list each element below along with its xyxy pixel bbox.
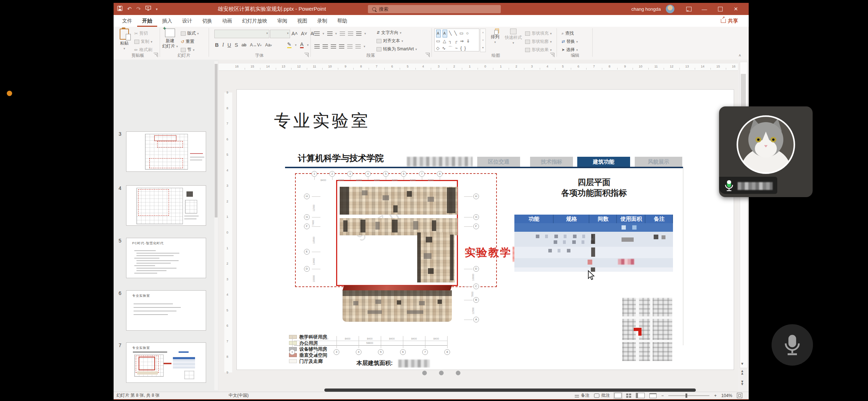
strikethrough-icon[interactable]: ab: [241, 42, 246, 47]
zoom-out-icon[interactable]: −: [661, 393, 664, 398]
paragraph-dialog-launcher[interactable]: [425, 53, 430, 57]
participant-video-tile[interactable]: [719, 106, 813, 197]
slide-thumbnail-7[interactable]: 专业实验室: [126, 342, 206, 383]
character-spacing-icon[interactable]: A↔V▾: [250, 42, 262, 47]
indent-options-icon[interactable]: [355, 44, 361, 49]
redo-icon[interactable]: ↷: [136, 6, 141, 12]
ribbon-tab-幻灯片放映[interactable]: 幻灯片放映: [237, 15, 272, 27]
language-indicator[interactable]: 中文(中国): [229, 392, 249, 399]
clear-formatting-icon[interactable]: A̸: [310, 31, 314, 36]
ribbon-display-options-button[interactable]: [681, 3, 697, 15]
zoom-slider[interactable]: [668, 395, 709, 396]
slide-thumbnail-4[interactable]: [126, 185, 206, 226]
ribbon-tab-视图[interactable]: 视图: [292, 15, 312, 27]
ribbon-tab-动画[interactable]: 动画: [217, 15, 237, 27]
zoom-slider-thumb[interactable]: [685, 394, 687, 398]
maximize-button[interactable]: [712, 3, 728, 15]
save-icon[interactable]: [117, 6, 123, 12]
ribbon-tab-文件[interactable]: 文件: [117, 15, 137, 27]
copy-button[interactable]: 复制▾: [134, 38, 153, 45]
area-table[interactable]: 功能规格间数使用面积备注: [514, 215, 673, 272]
ribbon-tab-帮助[interactable]: 帮助: [332, 15, 352, 27]
shape-outline-button[interactable]: 形状轮廓▾: [525, 38, 552, 45]
align-text-button[interactable]: 对齐文本▾: [376, 37, 403, 45]
zoom-level[interactable]: 104%: [721, 393, 732, 398]
line-spacing-icon[interactable]: [356, 31, 361, 36]
comments-button[interactable]: 批注: [594, 392, 610, 399]
numbering-icon[interactable]: [327, 31, 333, 36]
slide-nav-tab-风貌展示[interactable]: 风貌展示: [635, 157, 682, 167]
ribbon-tab-审阅[interactable]: 审阅: [272, 15, 292, 27]
quick-styles-button[interactable]: 快速样式▾: [503, 29, 524, 52]
arrange-button[interactable]: 排列▾: [487, 29, 503, 52]
ribbon-tab-切换[interactable]: 切换: [197, 15, 217, 27]
shape-gallery[interactable]: A A ╲ ╲ ▭ ○ ▭ △ ┐ ┌ ⇒ ⇓ ◇ ∿ ⌒ ~ { }: [434, 29, 479, 51]
decrease-indent-icon[interactable]: [340, 31, 345, 36]
slide-nav-tab-区位交通[interactable]: 区位交通: [477, 157, 520, 167]
increase-indent-icon[interactable]: [348, 31, 353, 36]
slide-counter[interactable]: 幻灯片 第 8 张, 共 8 张: [116, 392, 160, 399]
text-direction-button[interactable]: ⇵文字方向▾: [376, 29, 401, 36]
shape-gallery-scroll[interactable]: ˄˅▾: [480, 29, 486, 52]
slide-nav-tab-技术指标[interactable]: 技术指标: [530, 157, 573, 167]
align-left-icon[interactable]: [314, 44, 320, 49]
justify-icon[interactable]: [339, 44, 344, 49]
thumbnail-scrollbar[interactable]: [214, 61, 218, 390]
ribbon-tab-插入[interactable]: 插入: [157, 15, 177, 27]
account-avatar[interactable]: [666, 5, 674, 13]
minimize-button[interactable]: —: [697, 3, 712, 15]
undo-icon[interactable]: ↶: [127, 6, 132, 12]
bullets-icon[interactable]: [314, 31, 320, 36]
find-button[interactable]: ⌕查找: [562, 30, 574, 37]
slide-thumbnail-6[interactable]: 专业实验室: [126, 290, 206, 331]
bold-icon[interactable]: B: [215, 42, 219, 48]
start-slideshow-icon[interactable]: [145, 6, 151, 12]
ribbon-tab-开始[interactable]: 开始: [137, 15, 157, 27]
horizontal-scrollbar[interactable]: [324, 389, 696, 392]
textbox-shape-icon[interactable]: A: [436, 30, 441, 37]
font-size-select[interactable]: ▾: [270, 30, 290, 38]
annotation-text[interactable]: 实验教学: [465, 245, 512, 260]
slideshow-button[interactable]: [649, 393, 657, 398]
close-button[interactable]: ×: [728, 3, 744, 15]
notes-button[interactable]: 备注: [575, 392, 589, 399]
slide-thumbnail-5[interactable]: PC时代-智慧化时代: [126, 238, 206, 278]
vertical-textbox-shape-icon[interactable]: A: [443, 30, 447, 37]
collapse-ribbon-icon[interactable]: ˄: [739, 53, 741, 57]
drawing-dialog-launcher[interactable]: [550, 53, 554, 57]
shrink-font-icon[interactable]: A˅: [301, 31, 308, 36]
reading-view-button[interactable]: [636, 393, 645, 398]
zoom-in-icon[interactable]: +: [714, 393, 717, 398]
previous-slide-icon[interactable]: ▲▲: [740, 370, 744, 375]
underline-icon[interactable]: U: [228, 42, 231, 48]
shape-effects-button[interactable]: 形状效果▾: [525, 46, 552, 54]
fit-to-window-icon[interactable]: [737, 393, 742, 398]
shape-fill-button[interactable]: 形状填充▾: [525, 30, 552, 37]
new-slide-button[interactable]: 新建 幻灯片 ▾: [161, 29, 179, 52]
layout-button[interactable]: 版式▾: [181, 30, 199, 37]
grow-font-icon[interactable]: A˄: [291, 31, 298, 36]
replace-button[interactable]: ⇄替换▾: [562, 38, 578, 45]
font-name-select[interactable]: ▾: [214, 30, 269, 38]
font-dialog-launcher[interactable]: [304, 53, 309, 57]
next-slide-icon[interactable]: ▼▼: [740, 380, 744, 385]
font-color-icon[interactable]: A: [300, 41, 303, 48]
shadow-icon[interactable]: S: [235, 42, 238, 48]
account-name[interactable]: chang hongda: [632, 6, 661, 12]
cut-button[interactable]: ✂剪切: [134, 30, 148, 37]
share-button[interactable]: 共享: [718, 16, 741, 25]
change-case-icon[interactable]: Aa▾: [265, 42, 272, 47]
clipboard-dialog-launcher[interactable]: [154, 53, 158, 57]
align-center-icon[interactable]: [323, 44, 328, 49]
customize-quick-access-icon[interactable]: ▾: [156, 7, 158, 11]
normal-view-button[interactable]: [614, 393, 622, 398]
scroll-down-icon[interactable]: ▼: [740, 362, 744, 366]
align-right-icon[interactable]: [331, 44, 336, 49]
ribbon-tab-录制[interactable]: 录制: [312, 15, 332, 27]
microphone-button[interactable]: [772, 324, 813, 366]
slide-title[interactable]: 专业实验室: [274, 110, 370, 132]
reset-button[interactable]: ↺重置: [181, 38, 194, 45]
columns-icon[interactable]: [347, 44, 353, 49]
highlight-color-icon[interactable]: ✎: [287, 41, 291, 48]
smartart-button[interactable]: 转换为 SmartArt▾: [376, 45, 417, 53]
